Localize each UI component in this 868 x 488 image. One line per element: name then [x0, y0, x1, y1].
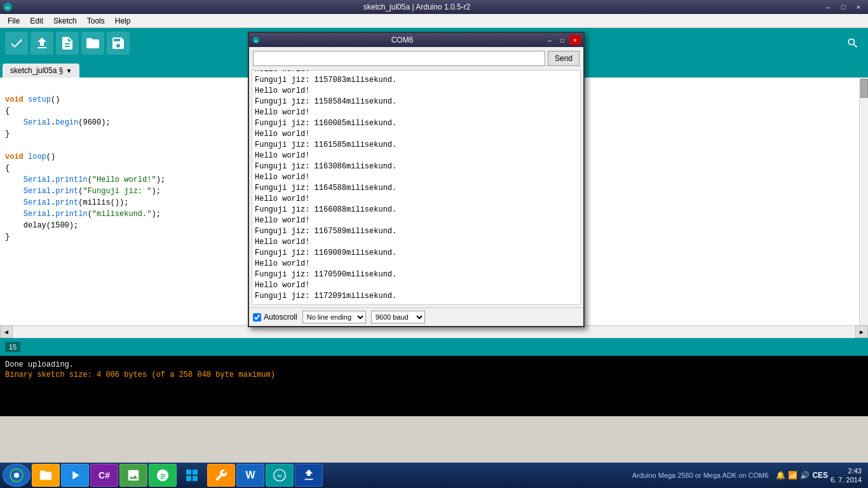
menu-file[interactable]: File — [3, 15, 25, 27]
tab-label: sketch_jul05a § — [10, 66, 63, 75]
svg-text:∞: ∞ — [255, 39, 258, 43]
taskbar-photos[interactable] — [119, 464, 147, 487]
svg-point-4 — [14, 473, 19, 478]
taskbar-downloader[interactable] — [295, 464, 323, 487]
serial-output-line: Funguji jiz: 1160085milisekund. — [255, 118, 578, 129]
console-line-1: Done uploading. — [5, 360, 863, 370]
volume-icon: 🔊 — [800, 471, 810, 480]
serial-output-line: Hello world! — [255, 86, 578, 97]
serial-input-field[interactable] — [253, 51, 545, 66]
svg-point-5 — [157, 470, 168, 481]
serial-output-line: Funguji jiz: 1158584milisekund. — [255, 97, 578, 107]
serial-output-line: Funguji jiz: 1169089milisekund. — [255, 248, 578, 259]
line-ending-select[interactable]: No line ending Newline Carriage return B… — [302, 311, 366, 323]
serial-title-bar: ∞ COM6 – □ × — [249, 33, 583, 47]
menu-bar: File Edit Sketch Tools Help — [0, 14, 868, 28]
serial-output-line: Funguji jiz: 1163086milisekund. — [255, 161, 578, 172]
board-label: Arduino Mega 2560 or Mega ADK on COM6 — [632, 471, 769, 479]
taskbar-media[interactable] — [61, 464, 89, 487]
horizontal-scroll: ◄ ► — [0, 325, 868, 338]
vertical-scrollbar[interactable] — [859, 78, 868, 325]
serial-output-line: Funguji jiz: 1164588milisekund. — [255, 183, 578, 194]
menu-help[interactable]: Help — [110, 15, 136, 27]
menu-tools[interactable]: Tools — [82, 15, 110, 27]
network-icon: 📶 — [788, 471, 797, 480]
serial-output-line: Hello world! — [255, 172, 578, 183]
taskbar-arduino[interactable]: ∞ — [266, 464, 294, 487]
minimize-button[interactable]: – — [821, 1, 835, 13]
line-number: 15 — [5, 342, 20, 352]
menu-sketch[interactable]: Sketch — [48, 15, 82, 27]
serial-output-line: Hello world! — [255, 194, 578, 205]
serial-title: COM6 — [261, 36, 544, 44]
svg-text:∞: ∞ — [6, 4, 10, 11]
serial-output-line: Funguji jiz: 1166088milisekund. — [255, 205, 578, 215]
tab-sketch[interactable]: sketch_jul05a § ▼ — [3, 64, 79, 78]
taskbar-spotify[interactable] — [149, 464, 177, 487]
upload-button[interactable] — [31, 32, 53, 55]
scroll-right-button[interactable]: ► — [855, 325, 868, 338]
autoscroll-label[interactable]: Autoscroll — [253, 313, 297, 322]
search-button[interactable] — [843, 33, 863, 53]
serial-output-line: Hello world! — [255, 107, 578, 118]
serial-output-line: Hello world. — [255, 70, 578, 75]
taskbar-csharp[interactable]: C# — [90, 464, 118, 487]
app-icon: ∞ — [3, 2, 13, 12]
taskbar-windows[interactable] — [178, 464, 206, 487]
taskbar: C# W ∞ Arduino Mega 2560 or Mega ADK on … — [0, 463, 868, 488]
scroll-left-button[interactable]: ◄ — [0, 325, 13, 338]
notify-icon: 🔔 — [776, 471, 785, 480]
serial-close-button[interactable]: × — [569, 35, 581, 45]
serial-output[interactable]: Hello world.Funguji jiz: 1157083miliseku… — [252, 70, 581, 305]
scrollbar-thumb[interactable] — [860, 79, 868, 98]
new-button[interactable] — [56, 32, 79, 55]
serial-output-line: Funguji jiz: 1167589milisekund. — [255, 226, 578, 237]
serial-output-line: Hello world! — [255, 215, 578, 226]
taskbar-right: Arduino Mega 2560 or Mega ADK on COM6 🔔 … — [632, 466, 865, 484]
taskbar-word[interactable]: W — [236, 464, 264, 487]
serial-output-line: Hello world! — [255, 280, 578, 291]
console-area: Done uploading. Binary sketch size: 4 00… — [0, 356, 868, 416]
serial-output-line: Funguji jiz: 1172091milisekund. — [255, 291, 578, 302]
close-button[interactable]: × — [851, 1, 865, 13]
serial-minimize-button[interactable]: – — [544, 35, 555, 45]
console-line-2: Binary sketch size: 4 006 bytes (of a 25… — [5, 370, 863, 380]
baud-rate-select[interactable]: 300 baud 1200 baud 2400 baud 4800 baud 9… — [371, 311, 425, 323]
serial-monitor-window: ∞ COM6 – □ × Send Hello world.Funguji ji… — [248, 32, 585, 327]
serial-output-line: Hello world! — [255, 129, 578, 140]
serial-output-line: Funguji jiz: 1170590milisekund. — [255, 269, 578, 280]
taskbar-chrome[interactable] — [3, 464, 31, 487]
window-title: sketch_jul05a | Arduino 1.0.5-r2 — [13, 3, 821, 11]
serial-footer: Autoscroll No line ending Newline Carria… — [249, 308, 583, 326]
clock: 2:43 6. 7. 2014 — [831, 466, 862, 484]
save-button[interactable] — [107, 32, 130, 55]
title-bar: ∞ sketch_jul05a | Arduino 1.0.5-r2 – □ × — [0, 0, 868, 14]
serial-icon: ∞ — [252, 36, 261, 44]
tab-dropdown-icon[interactable]: ▼ — [65, 67, 72, 74]
menu-edit[interactable]: Edit — [25, 15, 48, 27]
serial-input-row: Send — [249, 47, 583, 70]
sys-tray: 🔔 📶 🔊 CES 2:43 6. 7. 2014 — [772, 466, 865, 484]
serial-maximize-button[interactable]: □ — [557, 35, 568, 45]
svg-text:∞: ∞ — [277, 472, 281, 479]
serial-output-line: Funguji jiz: 1161585milisekund. — [255, 140, 578, 151]
maximize-button[interactable]: □ — [836, 1, 850, 13]
autoscroll-checkbox[interactable] — [253, 313, 261, 322]
ces-label: CES — [812, 471, 828, 480]
serial-output-line: Hello world! — [255, 151, 578, 161]
verify-button[interactable] — [5, 32, 28, 55]
taskbar-tools[interactable] — [207, 464, 235, 487]
serial-send-button[interactable]: Send — [548, 51, 580, 66]
taskbar-files[interactable] — [32, 464, 60, 487]
serial-output-line: Funguji jiz: 1157083milisekund. — [255, 75, 578, 86]
status-bar: 15 — [0, 338, 868, 356]
open-button[interactable] — [81, 32, 104, 55]
serial-output-line: Hello world! — [255, 259, 578, 269]
serial-output-line: Hello world! — [255, 237, 578, 248]
